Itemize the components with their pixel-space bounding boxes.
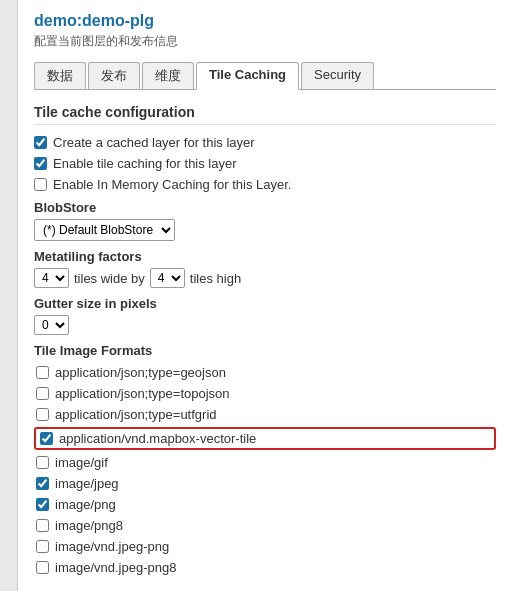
format-row-vnd-jpeg-png: image/vnd.jpeg-png xyxy=(34,538,496,555)
tab-data[interactable]: 数据 xyxy=(34,62,86,89)
format-checkbox-png[interactable] xyxy=(36,498,49,511)
main-content: demo:demo-plg 配置当前图层的和发布信息 数据 发布 维度 Tile… xyxy=(18,0,512,591)
checkbox-enable-memory-input[interactable] xyxy=(34,178,47,191)
format-row-utfgrid: application/json;type=utfgrid xyxy=(34,406,496,423)
format-label-jpeg: image/jpeg xyxy=(55,476,119,491)
format-label-vnd-jpeg-png: image/vnd.jpeg-png xyxy=(55,539,169,554)
checkbox-enable-memory: Enable In Memory Caching for this Layer. xyxy=(34,177,496,192)
tab-publish[interactable]: 发布 xyxy=(88,62,140,89)
metatiling-wide-select[interactable]: 4 xyxy=(34,268,69,288)
format-checkbox-gif[interactable] xyxy=(36,456,49,469)
format-checkbox-jpeg[interactable] xyxy=(36,477,49,490)
format-checkbox-mapbox-vector[interactable] xyxy=(40,432,53,445)
format-checkbox-topojson[interactable] xyxy=(36,387,49,400)
blobstore-select[interactable]: (*) Default BlobStore xyxy=(34,219,175,241)
format-checkbox-png8[interactable] xyxy=(36,519,49,532)
tabs-container: 数据 发布 维度 Tile Caching Security xyxy=(34,62,496,90)
format-label-gif: image/gif xyxy=(55,455,108,470)
blobstore-label: BlobStore xyxy=(34,200,496,215)
checkbox-enable-tile-input[interactable] xyxy=(34,157,47,170)
checkbox-enable-memory-label: Enable In Memory Caching for this Layer. xyxy=(53,177,291,192)
checkbox-create-cached-input[interactable] xyxy=(34,136,47,149)
checkbox-create-cached: Create a cached layer for this layer xyxy=(34,135,496,150)
format-label-mapbox-vector: application/vnd.mapbox-vector-tile xyxy=(59,431,256,446)
metatiling-high-select[interactable]: 4 xyxy=(150,268,185,288)
format-checkbox-geojson[interactable] xyxy=(36,366,49,379)
format-label-topojson: application/json;type=topojson xyxy=(55,386,230,401)
format-checkbox-utfgrid[interactable] xyxy=(36,408,49,421)
tab-tile-caching[interactable]: Tile Caching xyxy=(196,62,299,90)
format-label-png: image/png xyxy=(55,497,116,512)
gutter-label: Gutter size in pixels xyxy=(34,296,496,311)
tab-security[interactable]: Security xyxy=(301,62,374,89)
left-sidebar xyxy=(0,0,18,591)
formats-container: application/json;type=geojsonapplication… xyxy=(34,364,496,576)
metatiling-row: 4 tiles wide by 4 tiles high xyxy=(34,268,496,288)
format-label-utfgrid: application/json;type=utfgrid xyxy=(55,407,217,422)
checkbox-create-cached-label: Create a cached layer for this layer xyxy=(53,135,255,150)
page-title: demo:demo-plg xyxy=(34,12,496,30)
format-checkbox-vnd-jpeg-png[interactable] xyxy=(36,540,49,553)
format-row-png: image/png xyxy=(34,496,496,513)
format-row-geojson: application/json;type=geojson xyxy=(34,364,496,381)
format-row-topojson: application/json;type=topojson xyxy=(34,385,496,402)
format-row-vnd-jpeg-png8: image/vnd.jpeg-png8 xyxy=(34,559,496,576)
tab-dimension[interactable]: 维度 xyxy=(142,62,194,89)
format-checkbox-vnd-jpeg-png8[interactable] xyxy=(36,561,49,574)
format-label-vnd-jpeg-png8: image/vnd.jpeg-png8 xyxy=(55,560,176,575)
checkbox-enable-tile-label: Enable tile caching for this layer xyxy=(53,156,237,171)
metatiling-label: Metatiling factors xyxy=(34,249,496,264)
gutter-select[interactable]: 0 xyxy=(34,315,69,335)
metatiling-wide-text: tiles wide by xyxy=(74,271,145,286)
checkbox-enable-tile: Enable tile caching for this layer xyxy=(34,156,496,171)
format-row-gif: image/gif xyxy=(34,454,496,471)
metatiling-high-text: tiles high xyxy=(190,271,241,286)
section-title: Tile cache configuration xyxy=(34,104,496,125)
format-row-png8: image/png8 xyxy=(34,517,496,534)
tile-formats-label: Tile Image Formats xyxy=(34,343,496,358)
format-label-png8: image/png8 xyxy=(55,518,123,533)
format-row-jpeg: image/jpeg xyxy=(34,475,496,492)
format-row-mapbox-vector: application/vnd.mapbox-vector-tile xyxy=(34,427,496,450)
page-subtitle: 配置当前图层的和发布信息 xyxy=(34,33,496,50)
format-label-geojson: application/json;type=geojson xyxy=(55,365,226,380)
